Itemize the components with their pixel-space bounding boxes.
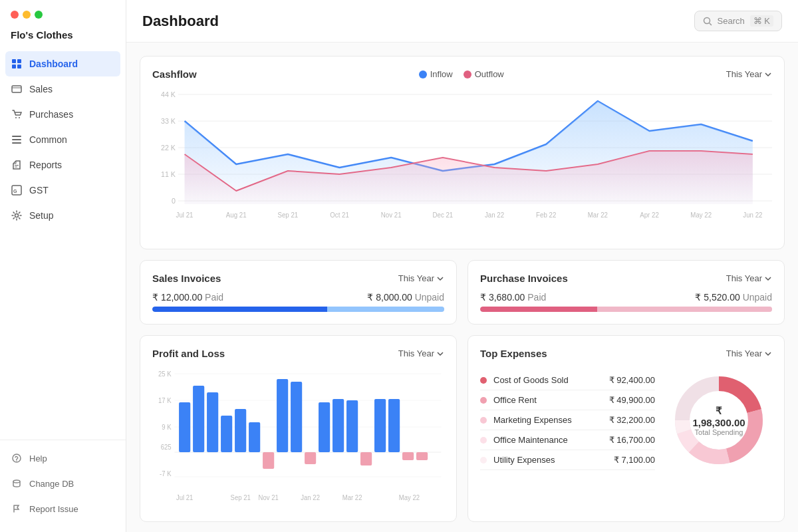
inflow-label: Inflow [430,69,453,79]
search-icon [703,17,712,26]
nav-menu: Dashboard Sales Purchases [0,51,126,440]
search-shortcut: ⌘ K [750,15,773,27]
app-name: Flo's Clothes [0,24,126,51]
svg-text:Dec 21: Dec 21 [433,211,454,219]
svg-rect-7 [12,136,21,137]
svg-text:Jan 22: Jan 22 [485,211,504,219]
sidebar-gst-label: GST [29,185,49,196]
purchase-unpaid-bar [597,307,772,312]
svg-text:Jul 21: Jul 21 [176,494,193,501]
svg-rect-1 [17,59,21,63]
profit-loss-svg: 25 K 17 K 9 K 625 -7 K [152,367,444,507]
sidebar-item-purchases[interactable]: Purchases [0,102,126,127]
svg-rect-67 [402,452,414,460]
sidebar-item-help[interactable]: Help [0,446,126,471]
sidebar-item-sales[interactable]: Sales [0,76,126,102]
bottom-row: Profit and Loss This Year 25 K 17 K 9 K … [140,335,785,522]
dashboard-icon [11,58,23,70]
maximize-button[interactable] [35,11,43,19]
svg-rect-57 [263,452,274,469]
svg-text:Jan 22: Jan 22 [301,494,320,501]
top-expenses-title: Top Expenses [480,348,547,359]
sidebar-item-gst[interactable]: G GST [0,178,126,203]
expenses-list: Cost of Goods Sold ₹ 92,400.00 Office Re… [480,370,655,470]
purchase-paid-bar [480,307,597,312]
sales-invoices-filter[interactable]: This Year [398,273,444,283]
svg-text:Feb 22: Feb 22 [536,211,556,219]
sidebar-help-label: Help [29,454,47,464]
expense-amount: ₹ 7,100.00 [614,455,655,465]
svg-rect-62 [332,399,344,452]
svg-text:22 K: 22 K [161,144,176,152]
svg-rect-8 [12,139,21,140]
sidebar-common-label: Common [29,134,67,145]
cashflow-card: Cashflow Inflow Outflow This Year [140,56,785,249]
common-icon [11,134,23,146]
svg-point-17 [13,480,20,483]
expense-dot [480,417,487,424]
purchase-invoices-filter[interactable]: This Year [726,273,772,283]
top-expenses-filter[interactable]: This Year [726,348,772,358]
chevron-down-icon [436,350,444,358]
expense-row: Office Rent ₹ 49,900.00 [480,390,655,410]
svg-rect-4 [12,86,21,92]
svg-text:May 22: May 22 [690,211,712,219]
expense-name: Marketing Expenses [493,415,602,425]
svg-text:0: 0 [172,197,176,205]
expense-amount: ₹ 49,900.00 [609,395,655,405]
profit-loss-filter[interactable]: This Year [398,348,444,358]
svg-text:Nov 21: Nov 21 [381,211,402,219]
sidebar-item-reports[interactable]: Reports [0,152,126,178]
svg-text:9 K: 9 K [162,424,172,431]
svg-rect-68 [416,452,428,460]
sidebar-item-change-db[interactable]: Change DB [0,471,126,496]
sidebar-item-dashboard[interactable]: Dashboard [5,51,120,76]
traffic-lights [0,0,126,24]
sidebar-bottom: Help Change DB Report Issue [0,440,126,532]
expense-dot [480,437,487,444]
chevron-down-icon [436,275,444,283]
search-label: Search [718,16,745,26]
sidebar-item-report-issue[interactable]: Report Issue [0,496,126,521]
svg-text:25 K: 25 K [158,370,172,378]
purchases-icon [11,108,23,120]
donut-chart: ₹ 1,98,300.00 Total Spending [666,367,772,473]
sidebar-sales-label: Sales [29,84,53,94]
main-content: Dashboard Search ⌘ K Cashflow Inflow [126,0,798,532]
setup-icon [11,209,23,221]
sidebar: Flo's Clothes Dashboard Sales [0,0,126,532]
svg-text:33 K: 33 K [161,117,176,125]
inflow-legend: Inflow [419,69,453,79]
donut-total: ₹ 1,98,300.00 [692,405,745,428]
svg-point-14 [15,214,19,217]
svg-text:May 22: May 22 [399,494,420,501]
inflow-dot [419,70,427,78]
svg-rect-51 [179,402,190,452]
expense-row: Utility Expenses ₹ 7,100.00 [480,450,655,470]
sales-invoices-card: Sales Invoices This Year ₹ 12,000.00 Pai… [140,260,457,325]
cashflow-chart: 44 K 33 K 22 K 11 K 0 [152,88,772,237]
expense-dot [480,397,487,404]
svg-rect-2 [12,65,16,68]
sales-unpaid-bar [327,307,444,312]
flag-icon [11,503,23,515]
sidebar-item-setup[interactable]: Setup [0,203,126,228]
expense-row: Marketing Expenses ₹ 32,200.00 [480,410,655,430]
expense-amount: ₹ 92,400.00 [609,375,655,385]
expense-row: Office Maintenance ₹ 16,700.00 [480,430,655,450]
sidebar-item-common[interactable]: Common [0,127,126,152]
svg-rect-65 [374,399,386,452]
svg-text:Sep 21: Sep 21 [278,211,299,219]
close-button[interactable] [11,11,19,19]
svg-text:Mar 22: Mar 22 [342,494,362,501]
cashflow-legend: Inflow Outflow [419,69,504,79]
cashflow-filter[interactable]: This Year [726,69,772,79]
svg-rect-53 [207,392,218,452]
donut-center: ₹ 1,98,300.00 Total Spending [692,405,745,436]
search-box[interactable]: Search ⌘ K [694,11,783,31]
chevron-down-icon [764,275,772,283]
expense-name: Utility Expenses [493,455,607,465]
minimize-button[interactable] [23,11,31,19]
expense-dot [480,457,487,464]
help-icon [11,452,23,464]
